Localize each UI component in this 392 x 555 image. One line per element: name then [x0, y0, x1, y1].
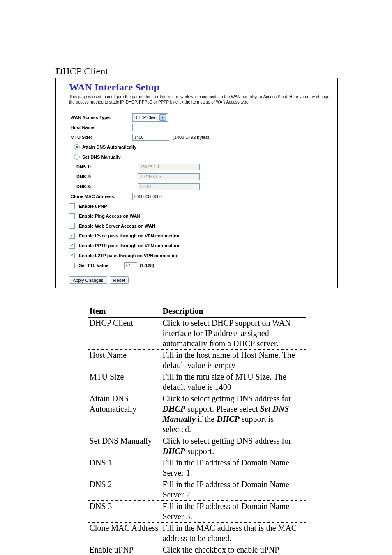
- desc-cell: Fill in the IP address of Domain Name Se…: [161, 479, 306, 501]
- row-enable-l2tp: ✔ Enable L2TP pass through on VPN connec…: [69, 251, 332, 260]
- set-ttl-checkbox[interactable]: [69, 263, 75, 268]
- desc-cell: Fill in the MAC address that is the MAC …: [161, 523, 306, 544]
- wan-access-type-value: DHCP Client: [134, 115, 158, 120]
- item-cell: DHCP Client: [88, 317, 161, 350]
- item-cell: Attain DNS Automatically: [88, 393, 161, 435]
- dns1-input[interactable]: [138, 164, 200, 170]
- row-enable-pptp: ✔ Enable PPTP pass through on VPN connec…: [69, 241, 332, 250]
- table-row: Set DNS ManuallyClick to select getting …: [88, 435, 306, 457]
- item-cell: DNS 2: [88, 479, 161, 501]
- desc-cell: Click to select getting DNS address for …: [161, 393, 306, 435]
- label-enable-web: Enable Web Server Access on WAN: [79, 223, 155, 228]
- desc-cell: Fill in the IP address of Domain Name Se…: [161, 501, 306, 523]
- row-host-name: Host Name:: [69, 123, 332, 132]
- table-row: DNS 2Fill in the IP address of Domain Na…: [88, 479, 306, 501]
- wan-access-type-select[interactable]: DHCP Client ▾: [132, 113, 168, 122]
- label-clone-mac: Clone MAC Address:: [69, 194, 132, 199]
- label-dns1: DNS 1:: [69, 164, 138, 169]
- label-attain-dns: Attain DNS Automatically: [82, 145, 136, 150]
- row-dns2: DNS 2:: [69, 172, 332, 181]
- table-row: Clone MAC AddressFill in the MAC address…: [88, 523, 306, 544]
- item-cell: MTU Size: [88, 371, 161, 393]
- enable-upnp-checkbox[interactable]: [69, 203, 75, 209]
- row-enable-ping: Enable Ping Access on WAN: [69, 212, 332, 221]
- table-row: MTU SizeFill in the mtu size of MTU Size…: [88, 371, 306, 393]
- label-set-ttl: Set TTL Value: [79, 263, 124, 268]
- desc-cell: Fill in the IP address of Domain Name Se…: [161, 457, 306, 479]
- row-enable-web: Enable Web Server Access on WAN: [69, 221, 332, 230]
- panel-intro: This page is used to configure the param…: [69, 94, 332, 105]
- table-row: DNS 3Fill in the IP address of Domain Na…: [88, 501, 306, 523]
- attain-dns-radio[interactable]: [74, 144, 80, 150]
- enable-pptp-checkbox[interactable]: ✔: [69, 243, 75, 249]
- item-cell: DNS 1: [88, 457, 161, 479]
- item-cell: DNS 3: [88, 501, 161, 523]
- reset-button[interactable]: Reset: [110, 276, 129, 284]
- ttl-input[interactable]: [124, 262, 137, 269]
- clone-mac-input[interactable]: [132, 193, 194, 200]
- desc-cell: Click to select getting DNS address for …: [161, 435, 306, 457]
- row-wan-access-type: WAN Access Type: DHCP Client ▾: [69, 113, 332, 122]
- label-enable-pptp: Enable PPTP pass through on VPN connecti…: [79, 243, 179, 248]
- item-cell: Set DNS Manually: [88, 435, 161, 457]
- desc-cell: Fill in the mtu size of MTU Size. The de…: [161, 371, 306, 393]
- label-enable-upnp: Enable uPNP: [79, 204, 107, 209]
- apply-button[interactable]: Apply Changes: [69, 276, 107, 284]
- label-enable-ping: Enable Ping Access on WAN: [79, 214, 140, 219]
- chevron-down-icon: ▾: [159, 114, 166, 121]
- row-attain-dns: Attain DNS Automatically: [69, 143, 332, 152]
- description-table: Item Description DHCP ClientClick to sel…: [88, 306, 306, 555]
- label-dns3: DNS 3:: [69, 184, 138, 189]
- row-dns3: DNS 3:: [69, 182, 332, 191]
- desc-cell: Fill in the host name of Host Name. The …: [161, 350, 306, 371]
- set-dns-radio[interactable]: [74, 154, 80, 160]
- radio-dot-icon: [76, 146, 78, 148]
- table-row: Attain DNS AutomaticallyClick to select …: [88, 393, 306, 435]
- row-enable-upnp: Enable uPNP: [69, 202, 332, 211]
- ttl-hint: (1-128): [140, 263, 154, 268]
- enable-ping-checkbox[interactable]: [69, 213, 75, 219]
- row-clone-mac: Clone MAC Address:: [69, 192, 332, 201]
- label-host-name: Host Name:: [69, 125, 132, 130]
- table-row: Host NameFill in the host name of Host N…: [88, 350, 306, 371]
- enable-ipsec-checkbox[interactable]: ✔: [69, 233, 75, 239]
- label-enable-l2tp: Enable L2TP pass through on VPN connecti…: [79, 253, 178, 258]
- label-set-dns: Set DNS Manually: [82, 154, 121, 159]
- table-row: DHCP ClientClick to select DHCP support …: [88, 317, 306, 350]
- enable-web-checkbox[interactable]: [69, 223, 75, 229]
- host-name-input[interactable]: [132, 124, 194, 131]
- label-mtu-size: MTU Size:: [69, 135, 132, 140]
- enable-l2tp-checkbox[interactable]: ✔: [69, 253, 75, 258]
- label-enable-ipsec: Enable IPsec pass through on VPN connect…: [79, 233, 180, 238]
- table-row: Enable uPNPClick the checkbox to enable …: [88, 544, 306, 555]
- row-dns1: DNS 1:: [69, 162, 332, 171]
- header-description: Description: [161, 306, 306, 317]
- item-cell: Clone MAC Address: [88, 523, 161, 544]
- desc-cell: Click to select DHCP support on WAN inte…: [161, 317, 306, 350]
- item-cell: Host Name: [88, 350, 161, 371]
- row-enable-ipsec: ✔ Enable IPsec pass through on VPN conne…: [69, 231, 332, 240]
- mtu-size-input[interactable]: [132, 134, 169, 141]
- panel-title: WAN Interface Setup: [69, 82, 332, 93]
- mtu-hint: (1400-1492 bytes): [173, 135, 209, 140]
- row-set-dns: Set DNS Manually: [69, 152, 332, 161]
- table-row: DNS 1Fill in the IP address of Domain Na…: [88, 457, 306, 479]
- dns3-input[interactable]: [138, 183, 200, 190]
- row-mtu-size: MTU Size: (1400-1492 bytes): [69, 133, 332, 142]
- dns2-input[interactable]: [138, 173, 200, 180]
- desc-cell: Click the checkbox to enable uPNP functi…: [161, 544, 306, 555]
- label-dns2: DNS 2:: [69, 174, 138, 179]
- row-set-ttl: Set TTL Value (1-128): [69, 261, 332, 270]
- item-cell: Enable uPNP: [88, 544, 161, 555]
- router-panel: WAN Interface Setup This page is used to…: [55, 78, 338, 288]
- section-title: DHCP Client: [55, 66, 338, 77]
- label-wan-access-type: WAN Access Type:: [69, 115, 132, 120]
- header-item: Item: [88, 306, 161, 317]
